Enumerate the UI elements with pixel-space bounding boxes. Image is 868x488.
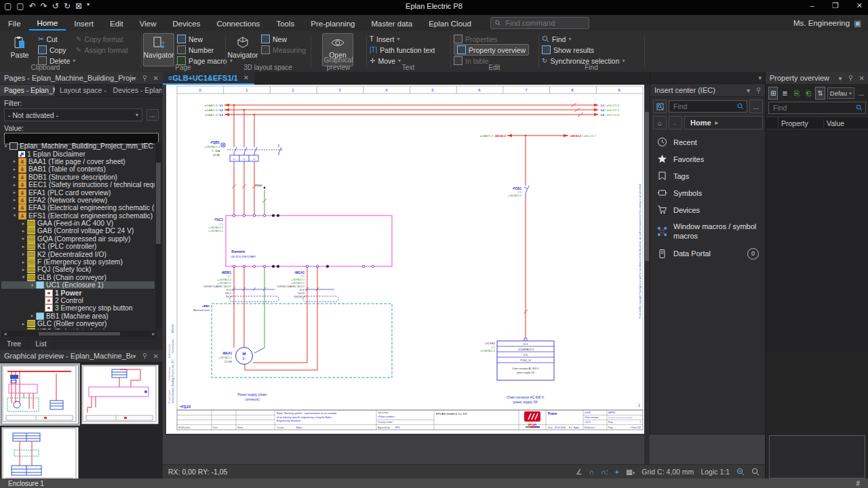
tab-list[interactable]: List: [28, 339, 54, 350]
page-new-button[interactable]: New: [177, 34, 203, 44]
page-number-button[interactable]: Number: [177, 45, 214, 55]
expand-icon[interactable]: ▸: [20, 260, 26, 265]
tree-item-14[interactable]: ▸K2 (Decentralized I/O): [1, 250, 155, 258]
tree-item-24[interactable]: ▸KEC (Robot interface): [1, 327, 155, 329]
preview-close-icon[interactable]: ✕: [153, 352, 159, 360]
tree-item-11[interactable]: ▸GAB (Control voltage DC 24 V): [1, 227, 155, 235]
insert-item-tags[interactable]: Tags: [650, 167, 766, 184]
property-table-body[interactable]: [766, 129, 868, 353]
pin-icon[interactable]: [755, 87, 762, 94]
tree-item-23[interactable]: ▸GLC (Roller conveyor): [1, 320, 155, 327]
property-column-header[interactable]: Property: [778, 119, 824, 127]
value-column-header[interactable]: Value: [824, 119, 844, 127]
filter-dropdown[interactable]: - Not activated -▾: [4, 108, 142, 121]
text-insert-button[interactable]: TInsert▾: [370, 34, 399, 44]
machine-area-bb1[interactable]: +BB1 Machine area: [193, 304, 392, 378]
insert-item-symbols[interactable]: Symbols: [650, 184, 766, 201]
insert-center-search[interactable]: [669, 100, 747, 113]
expand-icon[interactable]: ▸: [20, 221, 26, 226]
expand-icon[interactable]: ▸: [12, 159, 18, 164]
object-snap-points-icon[interactable]: ∩:: [601, 468, 608, 476]
object-snap-icon[interactable]: ∩: [589, 468, 595, 476]
home-icon[interactable]: ⌂: [653, 116, 667, 129]
expand-icon[interactable]: ▸: [20, 244, 26, 249]
schematic-page[interactable]: 0123456789 Project nameCommissionEplan v…: [166, 85, 645, 434]
property-table-header[interactable]: Property Value: [766, 117, 868, 129]
cable-wga1[interactable]: -WGA1 /1.3 =+BDPA2/1.3 =+BDPA2/1.3 ÖLFLE…: [277, 271, 338, 302]
tree-item-15[interactable]: ▸F (Emergency stop system): [1, 258, 155, 266]
pages-dropdown-icon[interactable]: ▾: [133, 75, 136, 82]
expand-icon[interactable]: ▸: [29, 313, 35, 319]
pin-icon[interactable]: [142, 75, 148, 81]
tree-horizontal-scrollbar[interactable]: ◄►: [1, 331, 157, 337]
tab-insert[interactable]: Insert: [66, 17, 102, 30]
insert-search-input[interactable]: [672, 102, 737, 111]
expand-icon[interactable]: ▸: [20, 236, 26, 241]
tree-item-5[interactable]: ▸&EEC1 (Safety instructions / technical …: [1, 181, 155, 188]
tab-tree[interactable]: Tree: [0, 339, 28, 350]
property-dropdown-icon[interactable]: ▾: [839, 75, 842, 82]
copy-properties-button[interactable]: ⎘: [792, 87, 802, 100]
property-scheme-dropdown[interactable]: Defau▾: [827, 87, 854, 99]
preview-panel-header[interactable]: Graphical preview - Eplan_Machine_Buildi…: [0, 350, 163, 363]
tree-item-22[interactable]: ▸BB1 (Machine area): [1, 312, 155, 320]
maximize-button[interactable]: ❐: [832, 1, 839, 10]
close-button[interactable]: ✕: [856, 1, 863, 10]
back-icon[interactable]: ←: [669, 116, 682, 129]
tree-item-4[interactable]: ▸&BDB1 (Structure description): [1, 174, 155, 181]
tree-item-21[interactable]: 3 Emergency stop button: [1, 304, 155, 312]
expand-icon[interactable]: ▸: [20, 267, 26, 272]
copy-button[interactable]: Copy: [38, 45, 66, 55]
expand-icon[interactable]: ▾: [12, 213, 18, 218]
property-search-input[interactable]: [772, 103, 856, 113]
search-list-icon[interactable]: [653, 100, 667, 113]
tree-item-16[interactable]: ▸FQJ (Safety lock): [1, 266, 155, 273]
expand-icon[interactable]: ▸: [12, 182, 18, 188]
page-navigator-button[interactable]: Navigator: [143, 33, 174, 66]
tab-devices[interactable]: Devices: [165, 17, 209, 30]
minimize-button[interactable]: –: [810, 1, 814, 10]
tab-file[interactable]: File: [0, 17, 29, 30]
drive-tac1[interactable]: -TAC1 /1.1 =+BDPA2/1.3 =+BDPA2/1.2 Sieme…: [208, 214, 392, 268]
angle-snap-icon[interactable]: ∠: [576, 468, 582, 476]
tab-pages[interactable]: Pages - Eplan_Mac...: [0, 85, 56, 96]
tree-item-0[interactable]: ▾Eplan_Machine_Building_Project_mm_IEC: [1, 142, 155, 150]
crosshair-icon[interactable]: +: [615, 468, 619, 476]
layout-navigator-button[interactable]: Navigator: [227, 33, 258, 66]
show-results-button[interactable]: Show results: [542, 45, 594, 55]
breadcrumb[interactable]: Home▸: [684, 116, 763, 129]
tree-view-button[interactable]: ⊞: [768, 87, 778, 100]
canvas-vertical-scrollbar[interactable]: [644, 85, 650, 468]
expand-icon[interactable]: ▸: [20, 228, 26, 234]
tab-home[interactable]: Home: [29, 16, 66, 30]
sort-column[interactable]: [766, 117, 778, 129]
pin-icon[interactable]: [142, 352, 148, 359]
pin-icon[interactable]: [848, 75, 854, 81]
tree-item-13[interactable]: ▸K1 (PLC controller): [1, 243, 155, 250]
tab-master-data[interactable]: Master data: [363, 17, 420, 30]
tree-item-19[interactable]: 1 Power: [1, 289, 155, 296]
layout-new-button[interactable]: New: [261, 34, 287, 44]
find-button[interactable]: Find▾: [542, 34, 571, 44]
list-view-button[interactable]: ≣: [780, 87, 789, 100]
insert-center-collapse-strip[interactable]: ▾: [650, 72, 766, 84]
tree-item-17[interactable]: ▾GLB (Chain conveyor): [1, 274, 155, 281]
insert-item-window-macros[interactable]: Window macros / symbol macros: [650, 218, 766, 245]
tab-devices-tree[interactable]: Devices - Eplan_M...: [109, 85, 163, 96]
preview-thumbnail-2[interactable]: [81, 365, 159, 424]
zoom-out-icon[interactable]: [736, 468, 745, 476]
page-tree[interactable]: ▾Eplan_Machine_Building_Project_mm_IEC1 …: [1, 142, 155, 329]
tree-item-3[interactable]: ▸&BAB1 (Table of contents): [1, 165, 155, 173]
tree-item-8[interactable]: ▸&EFA3 (Electrical engineering schematic…: [1, 204, 155, 211]
insert-dropdown-icon[interactable]: ▾: [747, 87, 750, 94]
tab-layout-space[interactable]: Layout space - Epl...: [56, 85, 109, 96]
property-close-icon[interactable]: ✕: [859, 75, 865, 82]
tree-item-1[interactable]: 1 Eplan Disclaimer: [1, 150, 155, 157]
tree-item-9[interactable]: ▾&EFS1 (Electrical engineering schematic…: [1, 212, 155, 220]
insert-center-header[interactable]: Insert center (IEC) ▾: [650, 84, 766, 97]
expand-icon[interactable]: ▸: [20, 329, 26, 329]
preview-dropdown-icon[interactable]: ▾: [133, 352, 136, 360]
pages-panel-header[interactable]: Pages - Eplan_Machine_Building_Project_m…: [0, 72, 163, 85]
preview-thumbnail-1[interactable]: [1, 365, 79, 424]
expand-icon[interactable]: ▸: [12, 190, 18, 195]
